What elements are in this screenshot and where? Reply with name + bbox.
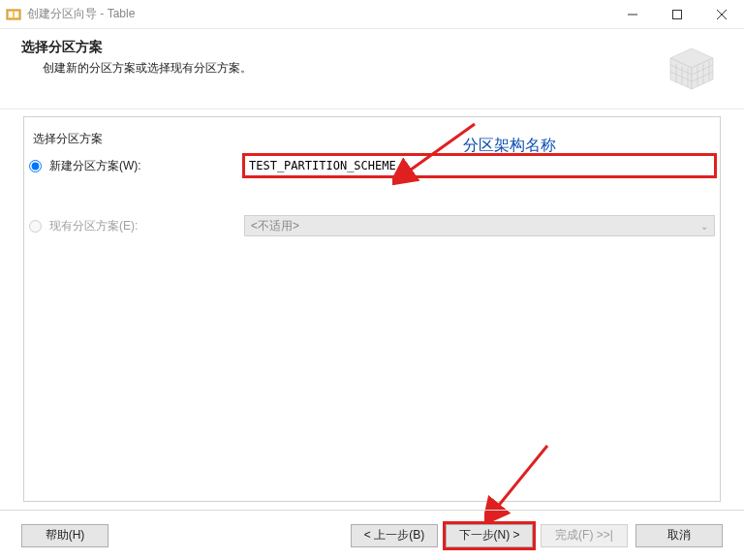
window-controls [610,0,744,28]
new-scheme-input[interactable] [244,155,715,176]
existing-scheme-radio-label: 现有分区方案(E): [29,218,244,234]
group-legend: 选择分区方案 [29,131,107,147]
existing-scheme-select: <不适用> ⌄ [244,215,715,236]
new-scheme-radio-label[interactable]: 新建分区方案(W): [29,158,244,174]
existing-scheme-text: 现有分区方案(E): [49,218,138,234]
app-icon [6,7,21,22]
annotation-text: 分区架构名称 [463,136,556,156]
minimize-button[interactable] [610,0,655,29]
svg-rect-1 [9,12,13,17]
existing-scheme-value: <不适用> [251,218,299,234]
new-scheme-input-highlight [244,155,715,176]
finish-button: 完成(F) >>| [541,524,628,547]
titlebar: 创建分区向导 - Table [0,0,744,29]
cancel-button[interactable]: 取消 [636,524,723,547]
new-scheme-radio[interactable] [29,160,42,172]
maximize-button[interactable] [655,0,699,29]
previous-button[interactable]: < 上一步(B) [351,524,438,547]
svg-rect-4 [673,11,682,19]
decorative-cube-icon [661,39,723,93]
existing-scheme-field: <不适用> ⌄ [244,215,715,236]
svg-rect-2 [15,12,18,17]
chevron-down-icon: ⌄ [700,221,708,232]
new-scheme-text: 新建分区方案(W): [49,158,141,174]
page-subtitle: 创建新的分区方案或选择现有分区方案。 [43,60,661,77]
wizard-header: 选择分区方案 创建新的分区方案或选择现有分区方案。 [0,29,744,109]
close-button[interactable] [699,0,744,29]
existing-scheme-radio [29,220,42,233]
existing-scheme-row: 现有分区方案(E): <不适用> ⌄ [29,215,715,236]
next-button[interactable]: 下一步(N) > [446,524,533,547]
scheme-group: 新建分区方案(W): 现有分区方案(E): <不适用> ⌄ [29,155,715,275]
help-button[interactable]: 帮助(H) [21,524,108,547]
page-title: 选择分区方案 [21,39,661,56]
footer: 帮助(H) < 上一步(B) 下一步(N) > 完成(F) >>| 取消 [0,510,744,560]
new-scheme-row: 新建分区方案(W): [29,155,715,176]
window-title: 创建分区向导 - Table [27,6,610,22]
